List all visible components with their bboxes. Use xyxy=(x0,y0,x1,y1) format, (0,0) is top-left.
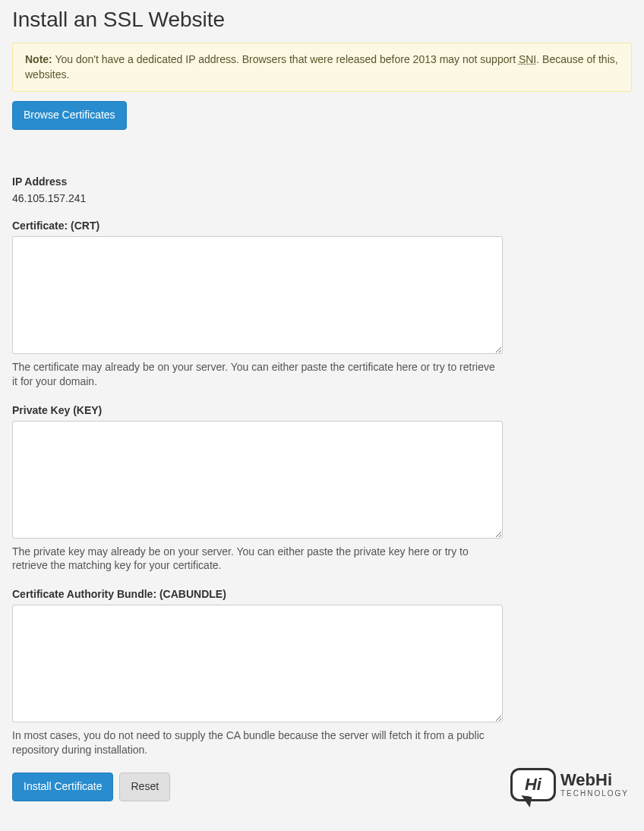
alert-note: Note: You don't have a dedicated IP addr… xyxy=(12,43,632,92)
certificate-input[interactable] xyxy=(12,236,503,354)
certificate-help: The certificate may already be on your s… xyxy=(12,360,498,389)
certificate-group: Certificate: (CRT) The certificate may a… xyxy=(12,220,632,389)
alert-text-1: You don't have a dedicated IP address. B… xyxy=(52,53,519,65)
reset-button[interactable]: Reset xyxy=(119,773,170,801)
logo-text-top: WebHi xyxy=(560,772,629,788)
cabundle-label: Certificate Authority Bundle: (CABUNDLE) xyxy=(12,588,632,600)
certificate-label: Certificate: (CRT) xyxy=(12,220,632,232)
brand-logo: Hi WebHi TECHNOLOGY xyxy=(510,768,629,801)
page-title: Install an SSL Website xyxy=(12,8,632,32)
browse-certificates-button[interactable]: Browse Certificates xyxy=(12,101,127,130)
logo-bubble-icon: Hi xyxy=(510,768,556,801)
install-certificate-button[interactable]: Install Certificate xyxy=(12,773,113,801)
alert-label: Note: xyxy=(25,53,52,65)
private-key-help: The private key may already be on your s… xyxy=(12,545,498,573)
private-key-label: Private Key (KEY) xyxy=(12,404,632,416)
private-key-group: Private Key (KEY) The private key may al… xyxy=(12,404,632,573)
ip-address-group: IP Address 46.105.157.241 xyxy=(12,175,632,204)
cabundle-group: Certificate Authority Bundle: (CABUNDLE)… xyxy=(12,588,632,757)
cabundle-help: In most cases, you do not need to supply… xyxy=(12,728,498,757)
ip-address-label: IP Address xyxy=(12,175,632,188)
private-key-input[interactable] xyxy=(12,421,503,539)
logo-text-bottom: TECHNOLOGY xyxy=(560,790,629,798)
ip-address-value: 46.105.157.241 xyxy=(12,192,632,204)
alert-sni: SNI xyxy=(519,53,536,65)
cabundle-input[interactable] xyxy=(12,605,503,722)
